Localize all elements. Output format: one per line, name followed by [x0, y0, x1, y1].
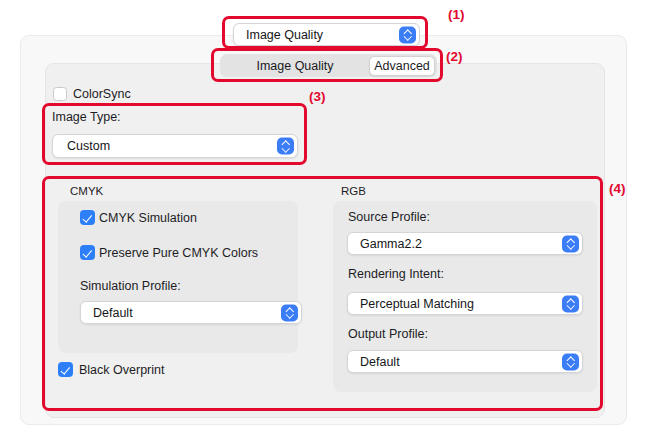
- annotation-label-2: (2): [446, 49, 463, 64]
- annotation-box-3: [42, 103, 307, 165]
- colorsync-checkbox[interactable]: [53, 87, 67, 101]
- annotation-box-1: [222, 16, 428, 49]
- annotation-box-2: [211, 48, 443, 82]
- annotation-label-1: (1): [448, 7, 465, 22]
- colorsync-label: ColorSync: [73, 87, 131, 101]
- annotation-label-4: (4): [609, 181, 626, 196]
- annotation-box-4: [42, 176, 603, 411]
- annotation-label-3: (3): [309, 89, 326, 104]
